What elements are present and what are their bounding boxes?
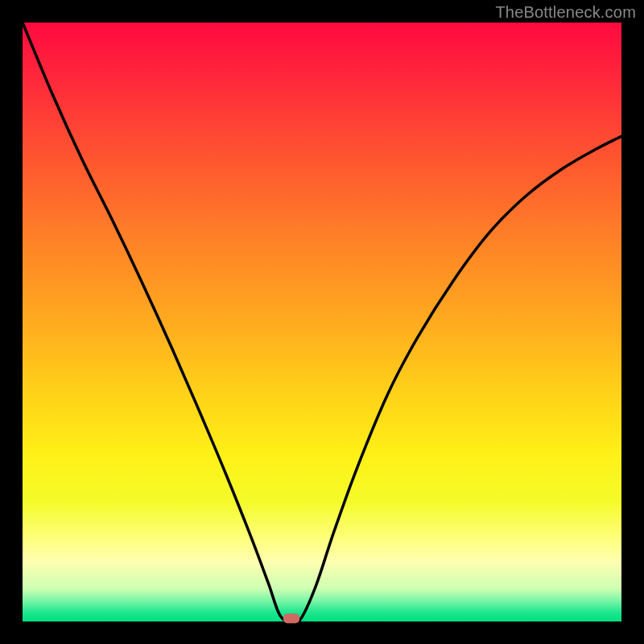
plot-area: [23, 23, 621, 621]
optimum-marker: [283, 613, 299, 623]
watermark-text: TheBottleneck.com: [495, 3, 636, 22]
chart-frame: TheBottleneck.com: [0, 0, 644, 644]
bottleneck-chart: [0, 0, 644, 644]
